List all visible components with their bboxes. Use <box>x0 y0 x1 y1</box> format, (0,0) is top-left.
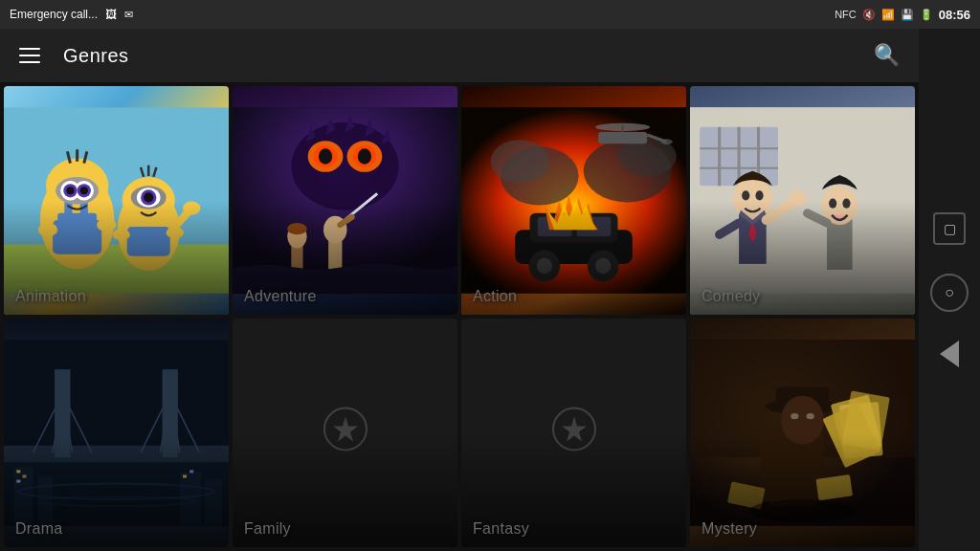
svg-rect-119 <box>16 470 20 473</box>
svg-point-125 <box>38 496 194 506</box>
svg-rect-55 <box>233 269 457 294</box>
svg-point-99 <box>842 198 850 208</box>
svg-rect-48 <box>328 234 342 274</box>
svg-marker-71 <box>547 199 596 230</box>
svg-rect-52 <box>291 242 302 279</box>
svg-rect-134 <box>761 433 824 502</box>
square-nav-button[interactable]: ▢ <box>933 212 966 245</box>
svg-point-36 <box>291 122 398 210</box>
svg-point-94 <box>742 190 749 200</box>
genre-tile-family[interactable]: Family <box>233 319 457 547</box>
svg-point-66 <box>529 251 561 282</box>
svg-rect-72 <box>598 132 647 143</box>
svg-point-138 <box>791 413 798 419</box>
genre-label-adventure: Adventure <box>244 288 317 305</box>
svg-point-19 <box>97 218 116 231</box>
genre-grid: Animation <box>0 82 919 551</box>
clock: 08:56 <box>939 8 970 22</box>
genre-tile-adventure[interactable]: Adventure <box>233 86 457 315</box>
svg-point-92 <box>789 190 806 206</box>
svg-rect-120 <box>22 474 26 477</box>
svg-point-54 <box>287 223 306 234</box>
nfc-icon: NFC <box>835 9 857 20</box>
genre-tile-mystery[interactable]: Mystery <box>690 319 915 547</box>
svg-point-137 <box>781 396 824 445</box>
svg-rect-144 <box>815 474 853 500</box>
svg-point-68 <box>537 258 552 274</box>
svg-line-32 <box>175 210 189 227</box>
hamburger-menu-button[interactable] <box>15 44 44 67</box>
emergency-text: Emergency call... <box>10 8 98 21</box>
svg-point-30 <box>112 229 129 240</box>
svg-rect-116 <box>38 476 53 525</box>
wifi-icon: 📶 <box>881 9 895 21</box>
app-container: Genres 🔍 <box>0 29 980 551</box>
svg-rect-102 <box>4 457 229 526</box>
page-title: Genres <box>63 45 851 67</box>
svg-rect-117 <box>180 472 201 525</box>
svg-rect-62 <box>515 230 633 264</box>
svg-point-67 <box>588 251 619 282</box>
svg-marker-89 <box>739 210 752 225</box>
back-nav-button[interactable] <box>940 341 959 367</box>
svg-point-20 <box>118 188 180 271</box>
svg-point-13 <box>66 187 74 194</box>
svg-point-33 <box>183 202 200 215</box>
svg-point-42 <box>358 148 371 164</box>
svg-point-98 <box>829 198 836 208</box>
svg-point-49 <box>323 216 347 244</box>
svg-point-139 <box>807 413 814 419</box>
svg-marker-88 <box>748 220 756 243</box>
svg-rect-4 <box>53 220 101 254</box>
svg-line-91 <box>767 201 796 220</box>
sd-icon: 💾 <box>901 9 914 21</box>
svg-point-26 <box>144 192 153 202</box>
svg-line-93 <box>720 223 739 234</box>
svg-point-76 <box>660 139 672 144</box>
svg-rect-113 <box>163 369 178 457</box>
status-left: Emergency call... 🖼 ✉ <box>10 8 133 21</box>
genre-tile-fantasy[interactable]: Fantasy <box>461 319 686 547</box>
image-status-icon: 🖼 <box>105 8 117 21</box>
placeholder-icon-family <box>322 405 369 461</box>
search-button[interactable]: 🔍 <box>870 39 903 72</box>
svg-rect-115 <box>13 467 33 525</box>
battery-icon: 🔋 <box>920 9 933 21</box>
svg-rect-103 <box>4 446 229 463</box>
email-status-icon: ✉ <box>124 9 133 21</box>
nav-buttons-panel: ▢ ○ <box>919 29 980 551</box>
mute-icon: 🔇 <box>862 9 876 21</box>
svg-rect-122 <box>183 474 187 477</box>
status-right: NFC 🔇 📶 💾 🔋 08:56 <box>835 8 970 22</box>
svg-rect-114 <box>4 462 229 525</box>
svg-rect-112 <box>55 369 70 457</box>
svg-point-69 <box>595 258 611 274</box>
svg-rect-1 <box>4 244 229 293</box>
svg-point-18 <box>38 223 57 236</box>
svg-rect-0 <box>4 107 229 293</box>
svg-point-53 <box>287 225 306 249</box>
svg-rect-5 <box>57 213 97 232</box>
svg-point-21 <box>122 177 175 224</box>
genre-tile-drama[interactable]: Drama <box>4 319 229 547</box>
genre-tile-comedy[interactable]: Comedy <box>690 86 915 315</box>
svg-point-14 <box>80 187 88 194</box>
genre-label-drama: Drama <box>15 520 63 538</box>
placeholder-icon-fantasy <box>550 405 598 461</box>
status-bar: Emergency call... 🖼 ✉ NFC 🔇 📶 💾 🔋 08:56 <box>0 0 980 29</box>
genre-tile-animation[interactable]: Animation <box>4 86 229 315</box>
svg-point-124 <box>18 484 213 499</box>
svg-rect-63 <box>530 213 618 243</box>
circle-nav-button[interactable]: ○ <box>930 274 969 312</box>
svg-rect-145 <box>727 481 766 509</box>
genre-label-family: Family <box>244 520 291 538</box>
svg-rect-101 <box>4 340 229 525</box>
svg-rect-64 <box>538 217 572 236</box>
svg-rect-123 <box>189 470 193 473</box>
svg-marker-90 <box>752 210 766 225</box>
genre-tile-action[interactable]: Action <box>461 86 686 315</box>
svg-line-51 <box>340 217 351 225</box>
svg-rect-118 <box>204 480 221 526</box>
svg-marker-127 <box>333 416 358 441</box>
genre-label-animation: Animation <box>15 288 86 305</box>
